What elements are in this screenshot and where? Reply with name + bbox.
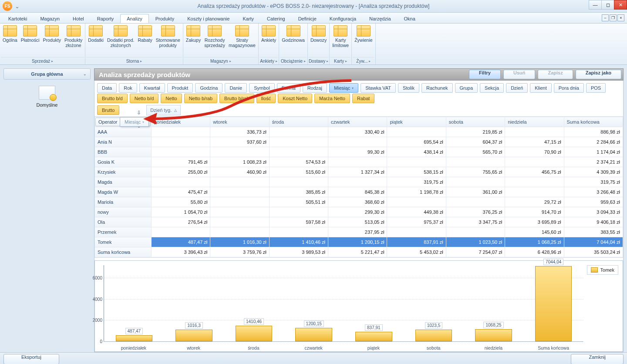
filter-grupa[interactable]: Grupa: [455, 83, 478, 93]
ribbon-item[interactable]: Zakupy: [184, 24, 202, 57]
ribbon-group-label[interactable]: Magazyn▸: [184, 57, 257, 64]
menu-tab-analizy[interactable]: Analizy: [120, 14, 148, 23]
col-header[interactable]: sobota: [446, 117, 505, 127]
menu-tab-definicje[interactable]: Definicje: [292, 14, 323, 23]
menu-tab-kartoteki[interactable]: Kartoteki: [2, 14, 34, 23]
filter-marża-netto[interactable]: Marża Netto: [314, 94, 350, 103]
ribbon-group-label[interactable]: Obciążenie▸: [280, 57, 307, 64]
col-header[interactable]: środa: [269, 117, 328, 127]
filter-produkt[interactable]: Produkt: [167, 83, 193, 93]
col-header[interactable]: czwartek: [328, 117, 387, 127]
filter-kwartał[interactable]: Kwartał: [139, 83, 165, 93]
col-header[interactable]: Operator: [95, 117, 152, 127]
mdi-restore-button[interactable]: ❐: [610, 14, 617, 21]
table-row[interactable]: Ania N937,60 zł695,54 zł604,37 zł47,15 z…: [95, 137, 623, 147]
menu-tab-magazyn[interactable]: Magazyn: [34, 14, 66, 23]
menu-tab-produkty[interactable]: Produkty: [149, 14, 181, 23]
filter-dzień[interactable]: Dzień: [506, 83, 528, 93]
ribbon-item[interactable]: Produkty: [41, 24, 62, 57]
filter-sekcja[interactable]: Sekcja: [480, 83, 504, 93]
col-header[interactable]: niedziela: [505, 117, 564, 127]
ribbon-group-label[interactable]: Ankiety▸: [260, 57, 278, 64]
bar[interactable]: [475, 329, 512, 341]
ribbon-group-label[interactable]: Storna▸: [86, 57, 182, 64]
menu-tab-catering[interactable]: Catering: [260, 14, 292, 23]
filter-rodzaj[interactable]: Rodzaj: [303, 83, 327, 93]
bar[interactable]: [295, 328, 332, 341]
filter-klient[interactable]: Klient: [530, 83, 552, 93]
menu-tab-konfiguracja[interactable]: Konfiguracja: [323, 14, 363, 23]
menu-tab-narzędzia[interactable]: Narzędzia: [363, 14, 398, 23]
filter-netto-b/rab[interactable]: Netto b/rab: [184, 94, 217, 103]
filter-symbol[interactable]: Symbol: [249, 83, 275, 93]
table-row[interactable]: Gosia K791,45 zł1 008,23 zł574,53 zł2 37…: [95, 157, 623, 167]
filter-rok[interactable]: Rok: [119, 83, 137, 93]
close-button[interactable]: ✕: [614, 0, 627, 10]
table-row[interactable]: Tomek487,47 zł1 016,30 zł1 410,46 zł1 20…: [95, 237, 623, 247]
bar[interactable]: [175, 330, 212, 341]
filter-pora-dnia[interactable]: Pora dnia: [554, 83, 584, 93]
ribbon-group-label[interactable]: Żyw...▸: [353, 57, 374, 64]
filter-miesiąc[interactable]: Miesiąc▾: [329, 83, 358, 93]
ribbon-item[interactable]: Rabaty: [136, 24, 154, 57]
delete-button[interactable]: Usuń: [503, 70, 536, 79]
close-panel-button[interactable]: Zamknij: [571, 354, 624, 364]
ribbon-item[interactable]: Dodatki prod.złożonych: [105, 24, 136, 57]
side-panel-item[interactable]: Domyślne: [3, 102, 91, 108]
menu-tab-raporty[interactable]: Raporty: [91, 14, 121, 23]
ribbon-item[interactable]: Kartylimitowe: [330, 24, 351, 57]
menu-tab-hotel[interactable]: Hotel: [66, 14, 91, 23]
ribbon-item[interactable]: Produktyzłożone: [63, 24, 84, 57]
pivot-table[interactable]: Operatorponiedziałekwtorekśrodaczwartekp…: [94, 116, 623, 258]
filter-ilość[interactable]: Ilość: [256, 94, 276, 103]
filter-netto-b/d[interactable]: Netto b/d: [130, 94, 159, 103]
filter-stolik[interactable]: Stolik: [398, 83, 419, 93]
ribbon-item[interactable]: Stratymagazynowe: [227, 24, 257, 57]
table-row[interactable]: Suma końcowa3 396,43 zł3 759,76 zł3 989,…: [95, 247, 623, 257]
table-row[interactable]: BBB99,30 zł438,14 zł565,70 zł70,90 zł1 1…: [95, 147, 623, 157]
filter-netto[interactable]: Netto: [161, 94, 182, 103]
save-button[interactable]: Zapisz: [538, 70, 573, 79]
ribbon-group-label[interactable]: Karty▸: [330, 57, 351, 64]
filter-rabat[interactable]: Rabat: [352, 94, 374, 103]
table-row[interactable]: nowy1 054,70 zł299,30 zł449,38 zł376,25 …: [95, 207, 623, 217]
maximize-button[interactable]: ◻: [601, 0, 614, 10]
table-row[interactable]: AAA336,73 zł330,40 zł219,85 zł886,98 zł: [95, 127, 623, 137]
bar[interactable]: [415, 330, 452, 341]
table-row[interactable]: Mariola55,80 zł505,51 zł368,60 zł29,72 z…: [95, 197, 623, 207]
col-header[interactable]: Suma końcowa: [564, 117, 623, 127]
filter-stawka-vat[interactable]: Stawka VAT: [361, 83, 396, 93]
ribbon-item[interactable]: Stornowaneprodukty: [154, 24, 182, 57]
ribbon-item[interactable]: Płatności: [19, 24, 41, 57]
ribbon-item[interactable]: Godzinowa: [280, 24, 307, 57]
filter-koszt-netto[interactable]: Koszt Netto: [278, 94, 312, 103]
measure-brutto[interactable]: Brutto: [97, 105, 119, 115]
ribbon-collapse-icon[interactable]: ⌄: [15, 3, 20, 10]
filters-button[interactable]: Filtry: [469, 70, 501, 79]
ribbon-item[interactable]: Żywienie: [353, 24, 374, 57]
minimize-button[interactable]: —: [589, 0, 602, 10]
ribbon-item[interactable]: Dodatki: [86, 24, 105, 57]
filter-pos[interactable]: POS: [586, 83, 606, 93]
col-header[interactable]: piątek: [387, 117, 446, 127]
table-row[interactable]: Krzysiek255,00 zł460,90 zł515,60 zł1 327…: [95, 167, 623, 177]
filter-godzina[interactable]: Godzina: [195, 83, 222, 93]
ribbon-group-label[interactable]: Dostawy▸: [309, 57, 328, 64]
ribbon-item[interactable]: Dowozy: [309, 24, 328, 57]
row-field-operator[interactable]: Operator: [95, 118, 151, 126]
bar[interactable]: [535, 266, 572, 341]
bar[interactable]: [116, 335, 153, 341]
filter-data[interactable]: Data: [97, 83, 117, 93]
side-panel-title[interactable]: Grupa główna ⌄: [3, 68, 91, 80]
menu-tab-koszty i planowanie[interactable]: Koszty i planowanie: [181, 14, 236, 23]
table-row[interactable]: Magda319,75 zł319,75 zł: [95, 177, 623, 187]
filter-rachunek[interactable]: Rachunek: [421, 83, 453, 93]
menu-tab-karty[interactable]: Karty: [236, 14, 260, 23]
mdi-minimize-button[interactable]: –: [602, 14, 609, 21]
filter-danie[interactable]: Danie: [225, 83, 247, 93]
bar[interactable]: [236, 326, 273, 341]
mdi-close-button[interactable]: ×: [617, 14, 624, 21]
filter-brutto-b/rab[interactable]: Brutto b/rab: [219, 94, 254, 103]
bar[interactable]: [355, 332, 392, 341]
ribbon-item[interactable]: Ankiety: [260, 24, 278, 57]
